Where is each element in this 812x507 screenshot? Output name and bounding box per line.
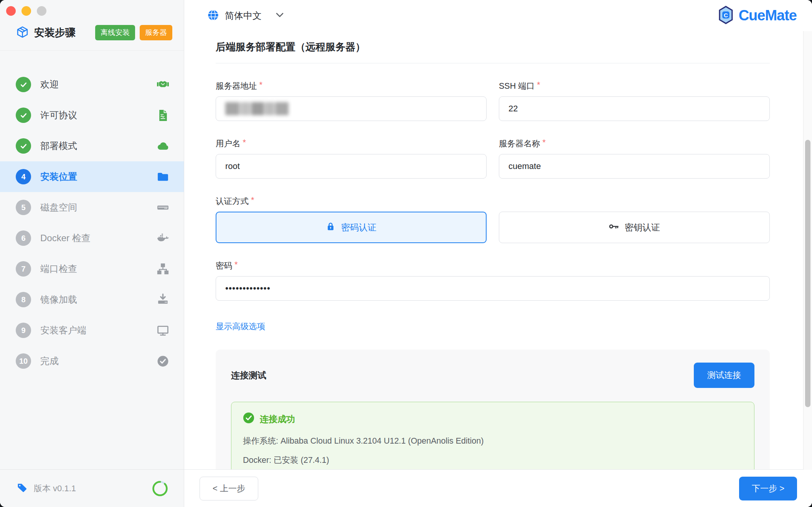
password-field: 密码* xyxy=(216,260,770,301)
tag-icon xyxy=(17,482,27,494)
sidebar-item-license[interactable]: 许可协议 xyxy=(0,100,184,131)
lock-icon xyxy=(326,222,335,234)
connection-result-details: 操作系统: Alibaba Cloud Linux 3.2104 U12.1 (… xyxy=(243,435,743,469)
step-check-circle xyxy=(16,138,31,154)
server-badge: 服务器 xyxy=(140,25,172,40)
cuemate-logo-icon: C xyxy=(717,5,734,26)
zoom-window-button[interactable] xyxy=(37,6,46,16)
next-step-button[interactable]: 下一步 > xyxy=(739,477,797,500)
connection-test-title: 连接测试 xyxy=(231,369,266,381)
sidebar-title: 安装步骤 xyxy=(34,26,76,40)
step-check-circle xyxy=(16,108,31,123)
ssh-port-label: SSH 端口* xyxy=(499,80,770,91)
step-check-circle xyxy=(16,77,31,92)
installer-window: 安装步骤 离线安装 服务器 欢迎 xyxy=(0,0,812,507)
ssh-port-input[interactable] xyxy=(499,96,770,121)
step-label: 安装客户端 xyxy=(40,324,147,336)
username-label: 用户名* xyxy=(216,138,487,149)
docker-info-line: Docker: 已安装 (27.4.1) xyxy=(243,454,743,466)
sidebar-item-install-client[interactable]: 9 安装客户端 xyxy=(0,315,184,346)
brand-name: CueMate xyxy=(739,7,797,24)
server-name-label: 服务器名称* xyxy=(499,138,770,149)
password-auth-option[interactable]: 密码认证 xyxy=(216,212,487,243)
topbar: 简体中文 C CueMate xyxy=(184,0,812,31)
language-label: 简体中文 xyxy=(225,10,262,22)
server-address-label: 服务器地址* xyxy=(216,80,487,91)
test-connection-button[interactable]: 测试连接 xyxy=(694,363,754,388)
sidebar-item-port-check[interactable]: 7 端口检查 xyxy=(0,254,184,284)
required-marker: * xyxy=(243,138,246,149)
network-icon xyxy=(157,263,169,275)
steps-nav: 欢迎 许可协议 xyxy=(0,51,184,469)
sidebar-item-disk-space[interactable]: 5 磁盘空间 xyxy=(0,192,184,223)
sidebar-item-finish[interactable]: 10 完成 xyxy=(0,346,184,376)
key-auth-option[interactable]: 密钥认证 xyxy=(499,212,770,243)
step-label: Docker 检查 xyxy=(40,232,147,244)
success-check-icon xyxy=(243,412,254,426)
required-marker: * xyxy=(259,80,262,91)
step-number: 8 xyxy=(16,292,31,307)
license-icon xyxy=(157,109,169,122)
required-marker: * xyxy=(234,260,238,271)
version-label: 版本 v0.1.1 xyxy=(34,483,76,494)
scrollbar-thumb[interactable] xyxy=(805,140,810,407)
minimize-window-button[interactable] xyxy=(21,6,31,16)
step-number: 6 xyxy=(16,230,31,246)
badges: 离线安装 服务器 xyxy=(95,25,172,40)
previous-step-button[interactable]: < 上一步 xyxy=(200,477,258,500)
step-number: 5 xyxy=(16,200,31,215)
sidebar-item-welcome[interactable]: 欢迎 xyxy=(0,69,184,100)
server-address-input[interactable] xyxy=(216,96,487,121)
download-icon xyxy=(157,293,169,306)
step-label: 部署模式 xyxy=(40,140,147,152)
key-auth-label: 密钥认证 xyxy=(625,222,660,234)
key-icon xyxy=(609,221,619,234)
language-selector[interactable]: 简体中文 xyxy=(207,9,284,22)
cloud-icon xyxy=(157,140,169,152)
step-number: 10 xyxy=(16,353,31,369)
disk-icon xyxy=(157,201,169,214)
check-circle-icon xyxy=(157,355,169,368)
password-auth-label: 密码认证 xyxy=(341,222,376,234)
sidebar-item-deploy-mode[interactable]: 部署模式 xyxy=(0,131,184,161)
ssh-port-field: SSH 端口* xyxy=(499,80,770,121)
svg-text:C: C xyxy=(724,12,728,18)
show-advanced-options-link[interactable]: 显示高级选项 xyxy=(216,321,265,332)
required-marker: * xyxy=(537,80,540,91)
folder-icon xyxy=(157,171,169,183)
server-name-input[interactable] xyxy=(499,154,770,179)
connection-test-card: 连接测试 测试连接 连接成功 操作系统: Alib xyxy=(216,350,770,469)
step-label: 端口检查 xyxy=(40,263,147,275)
offline-install-badge: 离线安装 xyxy=(95,25,135,40)
close-window-button[interactable] xyxy=(6,6,16,16)
os-info-line: 操作系统: Alibaba Cloud Linux 3.2104 U12.1 (… xyxy=(243,435,743,446)
username-field: 用户名* xyxy=(216,138,487,179)
required-marker: * xyxy=(251,196,254,207)
password-label: 密码* xyxy=(216,260,770,271)
chevron-down-icon xyxy=(276,13,284,19)
redacted-value xyxy=(225,102,289,115)
page-title: 后端服务部署配置（远程服务器） xyxy=(216,40,770,54)
form-scroll-area: 后端服务部署配置（远程服务器） 服务器地址* xyxy=(184,31,812,469)
wizard-footer: < 上一步 下一步 > xyxy=(184,469,812,507)
sidebar-header: 安装步骤 离线安装 服务器 xyxy=(0,16,184,51)
step-number: 4 xyxy=(16,169,31,184)
required-marker: * xyxy=(543,138,546,149)
sidebar-item-install-location[interactable]: 4 安装位置 xyxy=(0,161,184,192)
step-label: 欢迎 xyxy=(40,78,147,91)
step-label: 安装位置 xyxy=(40,171,147,183)
password-input[interactable] xyxy=(216,276,770,301)
auth-method-label: 认证方式* xyxy=(216,196,770,207)
connection-status-text: 连接成功 xyxy=(260,413,295,425)
server-address-field: 服务器地址* xyxy=(216,80,487,121)
step-number: 9 xyxy=(16,323,31,338)
username-input[interactable] xyxy=(216,154,487,179)
server-name-field: 服务器名称* xyxy=(499,138,770,179)
sidebar-item-image-load[interactable]: 8 镜像加载 xyxy=(0,284,184,315)
sidebar-item-docker-check[interactable]: 6 Docker 检查 xyxy=(0,223,184,254)
step-number: 7 xyxy=(16,261,31,277)
scrollbar-track[interactable] xyxy=(803,31,812,470)
sidebar-footer: 版本 v0.1.1 xyxy=(0,469,184,507)
step-label: 许可协议 xyxy=(40,109,147,121)
globe-icon xyxy=(207,9,219,22)
